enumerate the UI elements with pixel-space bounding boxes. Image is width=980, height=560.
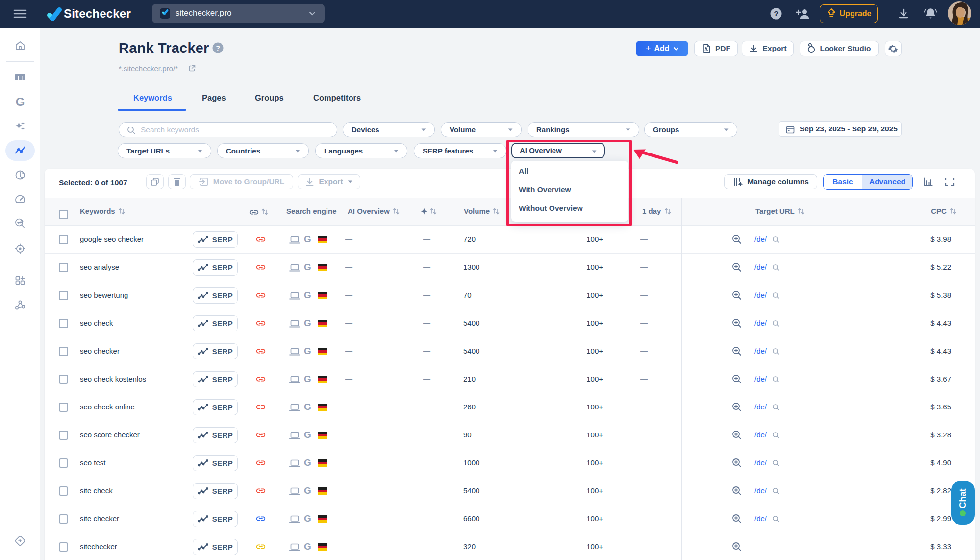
svg-text:?: ? <box>216 44 220 52</box>
svg-text:?: ? <box>774 9 778 18</box>
